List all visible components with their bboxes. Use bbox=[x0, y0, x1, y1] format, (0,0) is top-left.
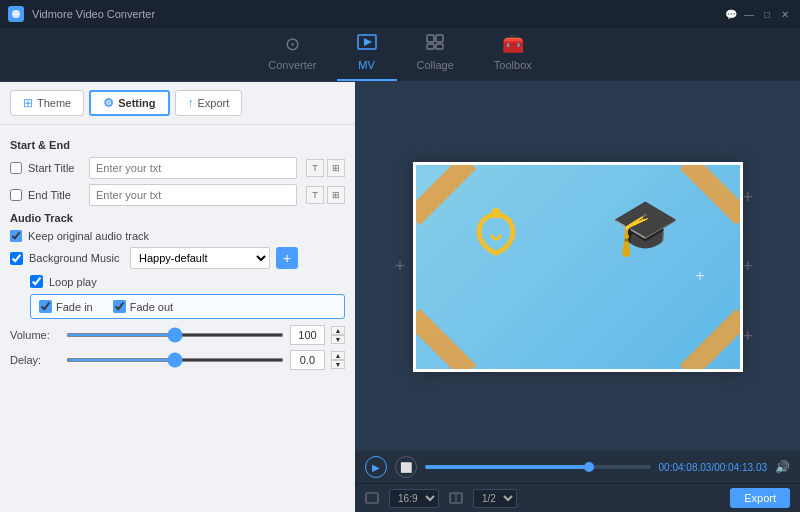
volume-down-button[interactable]: ▼ bbox=[331, 335, 345, 344]
delay-label: Delay: bbox=[10, 354, 60, 366]
preview-area: + bbox=[355, 82, 800, 451]
fade-out-row: Fade out bbox=[113, 300, 173, 313]
tab-converter-label: Converter bbox=[268, 59, 316, 71]
aspect-ratio-bar: 16:9 4:3 1:1 1/2 1/1 1/4 Export bbox=[355, 483, 800, 512]
resolution-icon bbox=[449, 492, 463, 504]
end-title-input[interactable] bbox=[89, 184, 297, 206]
svg-rect-6 bbox=[436, 44, 443, 49]
loop-play-checkbox[interactable] bbox=[30, 275, 43, 288]
add-bot-button[interactable]: + bbox=[743, 326, 768, 347]
volume-icon[interactable]: 🔊 bbox=[775, 460, 790, 474]
start-title-checkbox[interactable] bbox=[10, 162, 22, 174]
start-title-settings-icon[interactable]: ⊞ bbox=[327, 159, 345, 177]
delay-down-button[interactable]: ▼ bbox=[331, 360, 345, 369]
delay-up-button[interactable]: ▲ bbox=[331, 351, 345, 360]
add-mid-button[interactable]: + bbox=[743, 256, 768, 277]
volume-value: 100 bbox=[290, 325, 325, 345]
end-title-text-format-icon[interactable]: T bbox=[306, 186, 324, 204]
sub-tab-theme[interactable]: ⊞ Theme bbox=[10, 90, 84, 116]
tab-toolbox-label: Toolbox bbox=[494, 59, 532, 71]
fade-in-checkbox[interactable] bbox=[39, 300, 52, 313]
strip-top-right bbox=[679, 165, 739, 225]
time-display: 00:04:08.03/00:04:13.03 bbox=[659, 462, 767, 473]
delay-spin: ▲ ▼ bbox=[331, 351, 345, 369]
tab-converter[interactable]: ⊙ Converter bbox=[248, 25, 336, 81]
fade-out-checkbox[interactable] bbox=[113, 300, 126, 313]
end-title-icons: T ⊞ bbox=[306, 186, 345, 204]
maximize-button[interactable]: □ bbox=[760, 7, 774, 21]
end-title-settings-icon[interactable]: ⊞ bbox=[327, 186, 345, 204]
start-title-row: Start Title T ⊞ bbox=[10, 157, 345, 179]
progress-thumb bbox=[584, 462, 594, 472]
aspect-ratio-icon bbox=[365, 492, 379, 504]
start-title-input[interactable] bbox=[89, 157, 297, 179]
add-music-button[interactable]: + bbox=[276, 247, 298, 269]
sub-tab-setting-label: Setting bbox=[118, 97, 155, 109]
end-title-checkbox[interactable] bbox=[10, 189, 22, 201]
close-button[interactable]: ✕ bbox=[778, 7, 792, 21]
tab-mv-label: MV bbox=[358, 59, 375, 71]
tab-toolbox[interactable]: 🧰 Toolbox bbox=[474, 25, 552, 81]
sub-tab-setting[interactable]: ⚙ Setting bbox=[89, 90, 169, 116]
fade-options-box: Fade in Fade out bbox=[30, 294, 345, 319]
mv-icon bbox=[357, 34, 377, 55]
volume-label: Volume: bbox=[10, 329, 60, 341]
start-title-text-format-icon[interactable]: T bbox=[306, 159, 324, 177]
bg-music-label: Background Music bbox=[29, 252, 124, 264]
converter-icon: ⊙ bbox=[285, 33, 300, 55]
svg-rect-8 bbox=[366, 493, 378, 503]
minimize-button[interactable]: — bbox=[742, 7, 756, 21]
bg-music-checkbox[interactable] bbox=[10, 252, 23, 265]
tab-collage[interactable]: Collage bbox=[397, 26, 474, 81]
right-panel: + bbox=[355, 82, 800, 512]
chat-icon[interactable]: 💬 bbox=[724, 7, 738, 21]
time-total: 00:04:13.03 bbox=[714, 462, 767, 473]
left-panel: ⊞ Theme ⚙ Setting ↑ Export Start & End S… bbox=[0, 82, 355, 512]
volume-row: Volume: 100 ▲ ▼ bbox=[10, 325, 345, 345]
loop-play-label: Loop play bbox=[49, 276, 97, 288]
sub-tab-theme-label: Theme bbox=[37, 97, 71, 109]
collage-icon bbox=[426, 34, 444, 55]
sub-tab-export-label: Export bbox=[198, 97, 230, 109]
play-button[interactable]: ▶ bbox=[365, 456, 387, 478]
start-title-icons: T ⊞ bbox=[306, 159, 345, 177]
logo-symbol bbox=[466, 205, 526, 268]
delay-slider[interactable] bbox=[66, 358, 284, 362]
setting-gear-icon: ⚙ bbox=[103, 96, 114, 110]
export-button[interactable]: Export bbox=[730, 488, 790, 508]
theme-grid-icon: ⊞ bbox=[23, 96, 33, 110]
video-add-icon[interactable]: + bbox=[695, 267, 704, 285]
video-frame: 🎓 + bbox=[413, 162, 743, 372]
svg-rect-3 bbox=[427, 35, 434, 42]
volume-up-button[interactable]: ▲ bbox=[331, 326, 345, 335]
panel-content: Start & End Start Title T ⊞ End Title T … bbox=[0, 125, 355, 512]
volume-slider[interactable] bbox=[66, 333, 284, 337]
stop-button[interactable]: ⬜ bbox=[395, 456, 417, 478]
sub-tab-export[interactable]: ↑ Export bbox=[175, 90, 243, 116]
toolbox-icon: 🧰 bbox=[502, 33, 524, 55]
fade-in-row: Fade in bbox=[39, 300, 93, 313]
aspect-ratio-select[interactable]: 16:9 4:3 1:1 bbox=[389, 489, 439, 508]
bg-music-select[interactable]: Happy-default bbox=[130, 247, 270, 269]
end-title-label: End Title bbox=[28, 189, 83, 201]
start-title-label: Start Title bbox=[28, 162, 83, 174]
add-left-button[interactable]: + bbox=[390, 257, 410, 277]
resolution-select[interactable]: 1/2 1/1 1/4 bbox=[473, 489, 517, 508]
tab-mv[interactable]: MV bbox=[337, 26, 397, 81]
progress-bar[interactable] bbox=[425, 465, 651, 469]
window-controls: 💬 — □ ✕ bbox=[724, 7, 792, 21]
keep-original-checkbox[interactable] bbox=[10, 230, 22, 242]
loop-play-row: Loop play bbox=[30, 275, 345, 288]
delay-row: Delay: 0.0 ▲ ▼ bbox=[10, 350, 345, 370]
strip-bottom-left bbox=[416, 308, 476, 368]
progress-fill bbox=[425, 465, 594, 469]
bg-music-row: Background Music Happy-default + bbox=[10, 247, 345, 269]
audio-track-section: Audio Track Keep original audio track Ba… bbox=[10, 212, 345, 370]
add-top-button[interactable]: + bbox=[743, 187, 768, 208]
fade-out-label: Fade out bbox=[130, 301, 173, 313]
export-icon: ↑ bbox=[188, 96, 194, 110]
tab-collage-label: Collage bbox=[417, 59, 454, 71]
graduation-cap-icon: 🎓 bbox=[611, 195, 680, 260]
svg-marker-2 bbox=[364, 38, 372, 46]
svg-rect-5 bbox=[427, 44, 434, 49]
